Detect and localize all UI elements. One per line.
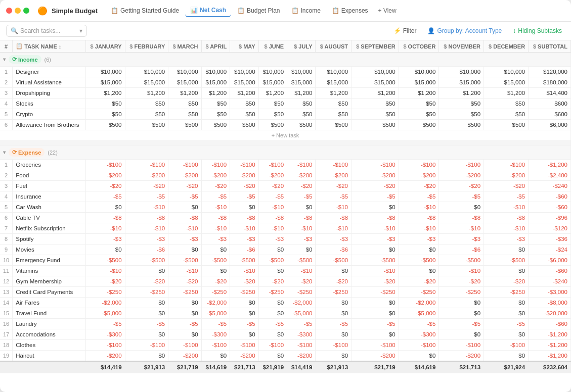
row-value[interactable]: $10,000 xyxy=(230,67,258,77)
row-value[interactable]: -$100 xyxy=(201,340,230,351)
row-value[interactable]: $0 xyxy=(125,266,168,276)
row-value[interactable]: $0 xyxy=(230,329,258,340)
row-name[interactable]: Spotify xyxy=(13,234,86,244)
row-value[interactable]: -$24 xyxy=(529,244,571,255)
row-value[interactable]: $0 xyxy=(399,244,439,255)
row-value[interactable]: -$200 xyxy=(125,170,168,181)
table-row[interactable]: 11Vitamins-$10$0-$10$0-$10$0-$10$0-$10$0… xyxy=(0,266,571,276)
row-value[interactable]: -$10 xyxy=(230,266,258,276)
table-row[interactable]: 19Haircut-$200$0-$200$0-$200$0-$200$0-$2… xyxy=(0,351,571,362)
row-value[interactable]: $0 xyxy=(316,266,352,276)
row-value[interactable]: -$10 xyxy=(86,223,125,234)
tab-budget-plan[interactable]: 📋 Budget Plan xyxy=(232,5,285,17)
row-value[interactable]: $0 xyxy=(258,244,287,255)
row-value[interactable]: $0 xyxy=(484,266,529,276)
row-value[interactable]: $0 xyxy=(258,298,287,308)
row-value[interactable]: -$5,000 xyxy=(399,308,439,319)
row-value[interactable]: -$5 xyxy=(287,319,316,329)
row-num[interactable]: 6 xyxy=(0,213,13,223)
row-value[interactable]: -$100 xyxy=(230,340,258,351)
row-value[interactable]: $50 xyxy=(439,99,484,109)
row-num[interactable]: 3 xyxy=(0,181,13,191)
row-value[interactable]: $15,000 xyxy=(352,77,399,88)
row-value[interactable]: $0 xyxy=(86,202,125,213)
row-value[interactable]: -$10 xyxy=(439,266,484,276)
row-name[interactable]: Stocks xyxy=(13,99,86,109)
row-value[interactable]: -$20 xyxy=(168,181,201,191)
row-value[interactable]: -$3 xyxy=(258,234,287,244)
row-value[interactable]: -$10 xyxy=(201,202,230,213)
row-value[interactable]: $15,000 xyxy=(168,77,201,88)
row-value[interactable]: $15,000 xyxy=(439,77,484,88)
row-value[interactable]: -$200 xyxy=(439,170,484,181)
row-value[interactable]: $50 xyxy=(230,109,258,120)
row-value[interactable]: $50 xyxy=(86,99,125,109)
row-value[interactable]: -$8 xyxy=(316,213,352,223)
row-num[interactable]: 3 xyxy=(0,88,13,99)
row-value[interactable]: -$500 xyxy=(316,255,352,266)
row-value[interactable]: $15,000 xyxy=(201,77,230,88)
row-value[interactable]: $0 xyxy=(125,329,168,340)
table-row[interactable]: 4Insurance-$5-$5-$5-$5-$5-$5-$5-$5-$5-$5… xyxy=(0,191,571,202)
row-value[interactable]: $50 xyxy=(316,109,352,120)
row-value[interactable]: -$100 xyxy=(201,160,230,170)
row-value[interactable]: -$20 xyxy=(258,181,287,191)
row-value[interactable]: $1,200 xyxy=(287,88,316,99)
row-value[interactable]: -$100 xyxy=(484,160,529,170)
row-value[interactable]: -$8,000 xyxy=(529,298,571,308)
table-row[interactable]: 13Credit Card Payments-$250-$250-$250-$2… xyxy=(0,287,571,298)
row-value[interactable]: -$20 xyxy=(86,181,125,191)
row-value[interactable]: -$1,200 xyxy=(529,329,571,340)
row-value[interactable]: -$2,000 xyxy=(201,298,230,308)
row-value[interactable]: -$3 xyxy=(399,234,439,244)
row-value[interactable]: $500 xyxy=(399,120,439,130)
row-value[interactable]: -$100 xyxy=(258,340,287,351)
row-value[interactable]: -$1,200 xyxy=(529,351,571,362)
row-value[interactable]: $10,000 xyxy=(125,67,168,77)
row-value[interactable]: -$10 xyxy=(86,266,125,276)
row-num[interactable]: 2 xyxy=(0,77,13,88)
row-value[interactable]: -$200 xyxy=(399,170,439,181)
row-value[interactable]: -$240 xyxy=(529,276,571,287)
row-value[interactable]: -$5 xyxy=(484,319,529,329)
row-value[interactable]: -$300 xyxy=(287,329,316,340)
maximize-dot[interactable] xyxy=(23,8,29,14)
row-value[interactable]: $600 xyxy=(529,99,571,109)
row-value[interactable]: -$5 xyxy=(125,319,168,329)
table-row[interactable]: 1Groceries-$100-$100-$100-$100-$100-$100… xyxy=(0,160,571,170)
row-value[interactable]: -$96 xyxy=(529,213,571,223)
row-num[interactable]: 11 xyxy=(0,266,13,276)
row-value[interactable]: -$3 xyxy=(352,234,399,244)
row-num[interactable]: 12 xyxy=(0,276,13,287)
row-value[interactable]: $0 xyxy=(439,329,484,340)
row-value[interactable]: -$3 xyxy=(439,234,484,244)
row-value[interactable]: -$200 xyxy=(258,170,287,181)
row-value[interactable]: -$240 xyxy=(529,181,571,191)
row-value[interactable]: -$300 xyxy=(201,329,230,340)
row-value[interactable]: $500 xyxy=(168,120,201,130)
row-value[interactable]: $0 xyxy=(352,298,399,308)
row-value[interactable]: -$200 xyxy=(287,170,316,181)
table-row[interactable]: 8Spotify-$3-$3-$3-$3-$3-$3-$3-$3-$3-$3-$… xyxy=(0,234,571,244)
row-value[interactable]: -$5 xyxy=(439,319,484,329)
row-value[interactable]: -$200 xyxy=(230,351,258,362)
row-value[interactable]: $1,200 xyxy=(439,88,484,99)
row-value[interactable]: -$10 xyxy=(168,223,201,234)
row-value[interactable]: $15,000 xyxy=(399,77,439,88)
row-value[interactable]: -$100 xyxy=(168,340,201,351)
row-value[interactable]: -$5,000 xyxy=(86,308,125,319)
row-value[interactable]: -$500 xyxy=(168,255,201,266)
row-value[interactable]: $0 xyxy=(201,244,230,255)
row-name[interactable]: Dropshipping xyxy=(13,88,86,99)
row-value[interactable]: $1,200 xyxy=(230,88,258,99)
row-value[interactable]: -$100 xyxy=(484,340,529,351)
row-value[interactable]: $50 xyxy=(201,109,230,120)
row-value[interactable]: -$6 xyxy=(230,244,258,255)
row-value[interactable]: -$10 xyxy=(230,223,258,234)
row-num[interactable]: 4 xyxy=(0,191,13,202)
row-value[interactable]: -$100 xyxy=(316,340,352,351)
row-value[interactable]: -$10 xyxy=(399,202,439,213)
row-value[interactable]: -$10 xyxy=(168,266,201,276)
row-value[interactable]: -$20 xyxy=(484,276,529,287)
row-num[interactable]: 5 xyxy=(0,109,13,120)
